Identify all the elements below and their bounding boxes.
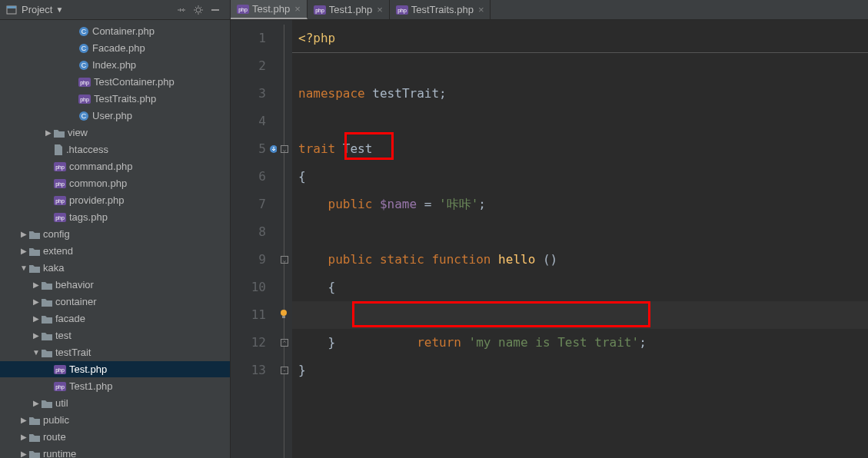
tree-chevron-icon[interactable]: ▶	[18, 450, 29, 458]
code-line-6[interactable]: {	[292, 163, 868, 191]
tree-chevron-icon[interactable]: ▼	[18, 264, 29, 272]
tree-item[interactable]: ▼testTrait	[0, 344, 230, 360]
line-number[interactable]: 8	[231, 218, 277, 246]
project-tree-sidebar[interactable]: CContainer.phpCFacade.phpCIndex.phpphpTe…	[0, 20, 231, 458]
fold-toggle-icon[interactable]: ⌄	[281, 256, 288, 264]
tree-chevron-icon[interactable]: ▶	[31, 297, 42, 306]
code-line-1[interactable]: <?php	[292, 25, 868, 52]
fold-slot[interactable]: ⌃	[277, 329, 292, 357]
tree-chevron-icon[interactable]: ▶	[18, 230, 29, 238]
tree-item[interactable]: phpTestContainer.php	[0, 74, 230, 90]
tree-item[interactable]: ▶behavior	[0, 277, 230, 293]
line-number[interactable]: 13	[231, 357, 277, 384]
fold-slot[interactable]	[277, 218, 292, 246]
settings-gear-icon[interactable]	[193, 5, 204, 15]
editor-tab[interactable]: phpTestTraits.php×	[390, 0, 491, 19]
code-line-7[interactable]: public $name = '咔咔';	[292, 191, 868, 218]
tree-item[interactable]: CFacade.php	[0, 40, 230, 56]
tab-close-icon[interactable]: ×	[478, 4, 484, 15]
code-line-11[interactable]: return 'my name is Test trait';	[292, 301, 868, 329]
code-line-3[interactable]: namespace testTrait;	[292, 80, 868, 108]
tree-chevron-icon[interactable]: ▼	[31, 348, 42, 357]
fold-slot[interactable]: ⌄	[277, 246, 292, 274]
tree-item[interactable]: CUser.php	[0, 108, 230, 124]
tree-label: route	[43, 431, 66, 443]
project-dropdown-icon[interactable]: ▼	[55, 5, 63, 14]
tree-item[interactable]: ▶route	[0, 429, 230, 445]
line-number[interactable]: 9	[231, 246, 277, 274]
tab-close-icon[interactable]: ×	[377, 4, 383, 15]
tree-item[interactable]: phpTestTraits.php	[0, 91, 230, 107]
code-line-10[interactable]: {	[292, 274, 868, 301]
tree-item[interactable]: .htaccess	[0, 141, 230, 158]
fold-toggle-icon[interactable]: -	[281, 367, 288, 374]
tree-chevron-icon[interactable]: ▶	[31, 280, 42, 289]
editor-tab[interactable]: phpTest.php×	[231, 0, 308, 19]
code-line-4[interactable]	[292, 108, 868, 135]
tab-close-icon[interactable]: ×	[294, 3, 301, 15]
fold-toggle-icon[interactable]: ⌄	[281, 145, 288, 153]
tree-item[interactable]: CIndex.php	[0, 57, 230, 73]
code-line-12[interactable]: }	[292, 329, 868, 357]
tree-item[interactable]: phpTest.php	[0, 361, 230, 377]
tree-item[interactable]: ▶facade	[0, 310, 230, 327]
fold-slot[interactable]	[277, 25, 292, 52]
tree-item[interactable]: phpcommand.php	[0, 158, 230, 174]
line-number[interactable]: 10	[231, 274, 277, 301]
line-number[interactable]: 11	[231, 301, 277, 329]
tree-chevron-icon[interactable]: ▶	[31, 399, 42, 407]
tree-chevron-icon[interactable]: ▶	[31, 314, 42, 323]
fold-slot[interactable]	[277, 274, 292, 301]
tree-chevron-icon[interactable]: ▶	[18, 247, 29, 255]
tree-item[interactable]: ▶util	[0, 395, 230, 411]
hide-panel-icon[interactable]	[210, 5, 221, 15]
tree-item[interactable]: ▼kaka	[0, 260, 230, 276]
fold-slot[interactable]	[277, 163, 292, 191]
code-line-2[interactable]	[292, 52, 868, 80]
code-line-5[interactable]: trait Test	[292, 135, 868, 163]
fold-slot[interactable]: -	[277, 357, 292, 384]
tree-item[interactable]: ▶config	[0, 226, 230, 242]
line-number[interactable]: 7	[231, 191, 277, 218]
code-area[interactable]: <?php namespace testTrait; trait Test { …	[292, 20, 868, 458]
fold-slot[interactable]	[277, 80, 292, 108]
code-line-8[interactable]	[292, 218, 868, 246]
tree-item[interactable]: ▶test	[0, 327, 230, 344]
tree-chevron-icon[interactable]: ▶	[43, 128, 54, 137]
fold-slot[interactable]	[277, 108, 292, 135]
line-number[interactable]: 2	[231, 52, 277, 80]
tree-item[interactable]: phpTest1.php	[0, 378, 230, 394]
editor-tab[interactable]: phpTest1.php×	[308, 0, 390, 19]
line-number[interactable]: 4	[231, 108, 277, 135]
intention-bulb-icon[interactable]	[278, 309, 289, 320]
fold-gutter[interactable]: ⌄⌄⌃-	[277, 20, 292, 458]
tree-item[interactable]: ▶extend	[0, 243, 230, 259]
fold-slot[interactable]: ⌄	[277, 135, 292, 163]
editor[interactable]: 12345678910111213 ⌄⌄⌃- <?php namespace t…	[231, 20, 868, 458]
tree-chevron-icon[interactable]: ▶	[18, 433, 29, 441]
code-line-9[interactable]: public static function hello ()	[292, 246, 868, 274]
tree-item[interactable]: phpprovider.php	[0, 192, 230, 208]
code-line-13[interactable]: }	[292, 357, 868, 384]
svg-point-2	[196, 8, 201, 12]
tree-item[interactable]: ▶view	[0, 124, 230, 141]
tree-chevron-icon[interactable]: ▶	[18, 416, 29, 424]
tree-item[interactable]: ▶runtime	[0, 446, 230, 458]
line-number[interactable]: 1	[231, 25, 277, 52]
fold-slot[interactable]	[277, 52, 292, 80]
tree-chevron-icon[interactable]: ▶	[31, 331, 42, 340]
fold-slot[interactable]	[277, 191, 292, 218]
project-tool-header[interactable]: Project ▼	[0, 0, 231, 19]
line-number[interactable]: 12	[231, 329, 277, 357]
tree-item[interactable]: phpcommon.php	[0, 175, 230, 191]
tree-item[interactable]: phptags.php	[0, 209, 230, 225]
line-number[interactable]: 5	[231, 135, 277, 163]
tree-item[interactable]: CContainer.php	[0, 23, 230, 39]
fold-toggle-icon[interactable]: ⌃	[281, 339, 288, 347]
fn-name: hello	[498, 252, 535, 267]
tree-item[interactable]: ▶public	[0, 412, 230, 428]
tree-item[interactable]: ▶container	[0, 294, 230, 310]
line-number[interactable]: 6	[231, 163, 277, 191]
line-number[interactable]: 3	[231, 80, 277, 108]
scroll-from-source-icon[interactable]	[176, 5, 187, 15]
